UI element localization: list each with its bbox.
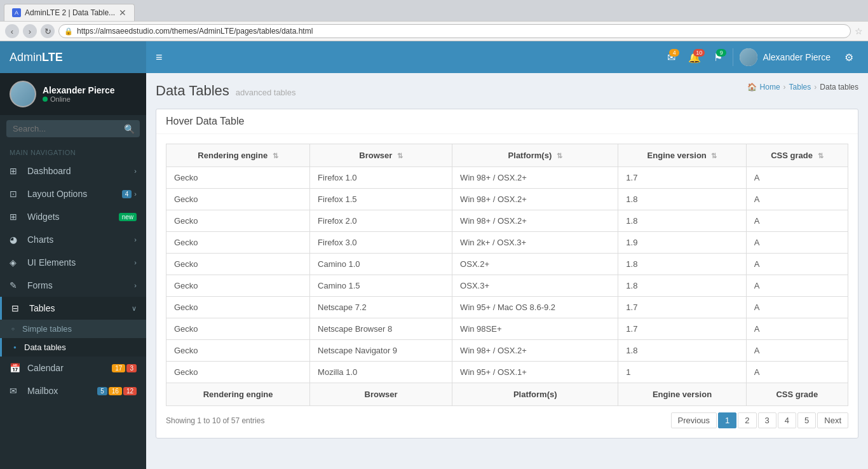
bookmark-icon[interactable]: ☆ [855,26,863,36]
page-5-button[interactable]: 5 [797,412,816,428]
cell-platform: OSX.2+ [452,254,618,275]
sidebar-item-layout[interactable]: ⊡ Layout Options 4 › [0,182,146,205]
sidebar-item-forms[interactable]: ✎ Forms › [0,274,146,297]
col-engine-version[interactable]: Engine version ⇅ [618,144,746,167]
data-table-box: Hover Data Table Rendering engine ⇅ Brow… [156,109,858,438]
breadcrumb: 🏠 Home › Tables › Data tables [747,83,858,92]
sidebar-item-mailbox[interactable]: ✉ Mailbox 5 16 12 [0,379,146,402]
cell-browser: Camino 1.0 [310,254,452,275]
avatar-placeholder [11,81,35,107]
sidebar-item-label: Simple tables [22,324,137,334]
forward-button[interactable]: › [23,24,37,38]
cell-platform: OSX.3+ [452,275,618,297]
sidebar-item-widgets[interactable]: ⊞ Widgets new [0,205,146,228]
data-table: Rendering engine ⇅ Browser ⇅ Platform(s)… [166,144,848,406]
tasks-badge: 9 [716,49,726,57]
messages-button[interactable]: ✉ 4 [662,48,681,67]
app-wrapper: AdminLTE ≡ ✉ 4 🔔 10 ⚑ 9 Alexander Pierce [0,41,868,469]
tab-close-button[interactable]: ✕ [119,8,126,18]
content-header: Data Tables advanced tables 🏠 Home › Tab… [156,83,858,99]
sidebar-item-ui-elements[interactable]: ◈ UI Elements › [0,251,146,274]
notifications-button[interactable]: 🔔 10 [683,48,706,67]
cell-platform: Win 98+ / OSX.2+ [452,167,618,189]
col-platform[interactable]: Platform(s) ⇅ [452,144,618,167]
forms-icon: ✎ [10,280,22,290]
col-browser[interactable]: Browser ⇅ [310,144,452,167]
table-foot: Rendering engine Browser Platform(s) Eng… [166,383,848,406]
page-2-button[interactable]: 2 [738,412,756,428]
sort-icon: ⇅ [557,152,562,160]
cell-grade: A [746,232,848,254]
cell-platform: Win 95+ / OSX.1+ [452,362,618,383]
url-text: https://almsaeedstudio.com/themes/AdminL… [77,27,313,36]
page-subtitle: advanced tables [236,88,296,97]
sidebar-avatar [10,81,36,107]
cell-grade: A [746,297,848,318]
page-1-button[interactable]: 1 [718,412,736,428]
sidebar-user-status: Online [43,95,115,103]
mailbox-badge-1: 5 [97,387,107,395]
cell-platform: Win 98SE+ [452,318,618,340]
logo-area: AdminLTE [0,41,146,73]
mailbox-icon: ✉ [10,386,22,396]
breadcrumb-home[interactable]: Home [760,83,780,92]
sidebar-item-calendar[interactable]: 📅 Calendar 17 3 [0,357,146,379]
cell-grade: A [746,210,848,232]
sidebar-item-simple-tables[interactable]: Simple tables [0,320,146,338]
sort-icon: ⇅ [273,152,278,160]
foot-css-grade: CSS grade [746,383,848,406]
refresh-button[interactable]: ↻ [41,24,55,38]
content-wrapper-outer: Alexander Pierce Online 🔍 MAIN NAVIGATIO… [0,73,868,469]
sidebar-item-label: Calendar [27,363,112,373]
cell-engine: Gecko [166,167,310,189]
cell-browser: Mozilla 1.0 [310,362,452,383]
page-title: Data Tables [156,83,229,99]
cell-version: 1.7 [618,167,746,189]
tasks-button[interactable]: ⚑ 9 [709,48,728,67]
tab-bar: A AdminLTE 2 | Data Table... ✕ [0,0,868,21]
sidebar-item-charts[interactable]: ◕ Charts › [0,228,146,251]
table-header-row: Rendering engine ⇅ Browser ⇅ Platform(s)… [166,144,848,167]
back-button[interactable]: ‹ [5,24,19,38]
main-header: AdminLTE ≡ ✉ 4 🔔 10 ⚑ 9 Alexander Pierce [0,41,868,73]
table-row: Gecko Firefox 3.0 Win 2k+ / OSX.3+ 1.9 A [166,232,848,254]
tab-label: AdminLTE 2 | Data Table... [25,8,115,17]
page-4-button[interactable]: 4 [778,412,796,428]
home-icon: 🏠 [747,83,757,92]
ssl-lock-icon: 🔒 [64,27,73,36]
cell-grade: A [746,340,848,362]
sidebar-item-data-tables[interactable]: Data tables [0,338,146,357]
avatar [740,48,757,66]
table-row: Gecko Firefox 2.0 Win 98+ / OSX.2+ 1.8 A [166,210,848,232]
next-page-button[interactable]: Next [817,412,848,428]
browser-tab[interactable]: A AdminLTE 2 | Data Table... ✕ [4,4,135,21]
prev-page-button[interactable]: Previous [671,412,717,428]
cell-browser: Firefox 1.0 [310,167,452,189]
col-css-grade[interactable]: CSS grade ⇅ [746,144,848,167]
breadcrumb-parent[interactable]: Tables [789,83,811,92]
sort-icon: ⇅ [397,152,403,160]
sidebar-search-area: 🔍 [0,115,146,142]
cell-browser: Firefox 2.0 [310,210,452,232]
table-row: Gecko Netscape 7.2 Win 95+ / Mac OS 8.6-… [166,297,848,318]
sidebar-user-info: Alexander Pierce Online [43,85,115,103]
search-input[interactable] [6,120,140,137]
user-menu[interactable]: Alexander Pierce [733,48,837,66]
cell-engine: Gecko [166,232,310,254]
sidebar-user-name: Alexander Pierce [43,85,115,95]
col-rendering-engine[interactable]: Rendering engine ⇅ [166,144,310,167]
cell-browser: Firefox 3.0 [310,232,452,254]
address-input-area[interactable]: 🔒 https://almsaeedstudio.com/themes/Admi… [58,24,851,38]
sidebar-item-tables[interactable]: ⊟ Tables ∨ [0,297,146,320]
layout-icon: ⊡ [10,189,22,199]
settings-button[interactable]: ⚙ [839,48,858,67]
cell-version: 1.8 [618,275,746,297]
sidebar-toggle-button[interactable]: ≡ [149,51,169,64]
cell-platform: Win 98+ / OSX.2+ [452,340,618,362]
cell-version: 1.7 [618,297,746,318]
calendar-badge-2: 3 [126,364,137,372]
status-text: Online [50,95,71,103]
search-button[interactable]: 🔍 [124,124,135,134]
sidebar-item-dashboard[interactable]: ⊞ Dashboard › [0,160,146,182]
page-3-button[interactable]: 3 [758,412,776,428]
